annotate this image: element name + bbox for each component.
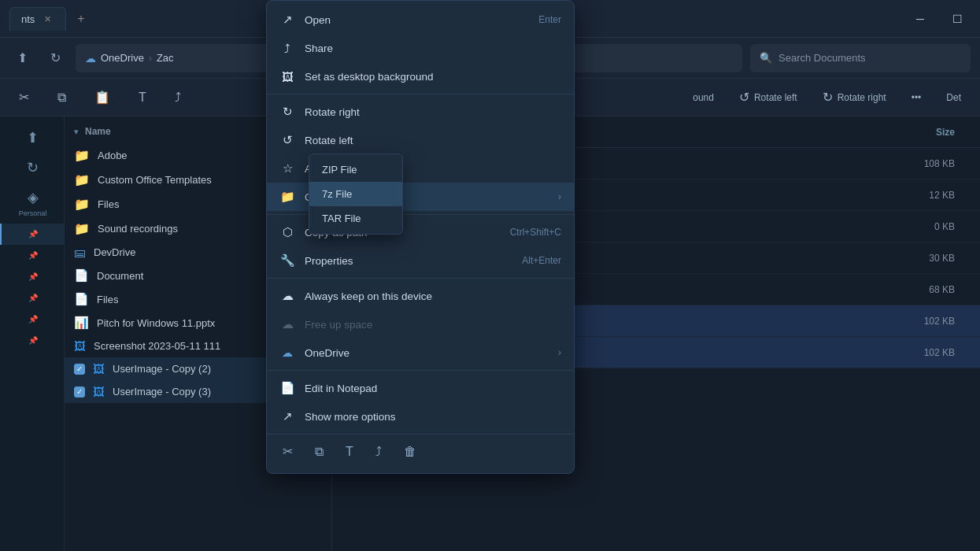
file-name: Adobe	[98, 150, 128, 161]
rename-btn[interactable]: T	[132, 87, 153, 108]
menu-label: Share	[305, 43, 333, 54]
file-name: Files	[97, 294, 118, 305]
refresh-btn[interactable]: ↻	[43, 46, 68, 71]
file-name: Files	[98, 198, 119, 210]
img-icon: 🖼	[93, 362, 105, 375]
delete-bottom-icon[interactable]: 🗑	[401, 442, 420, 462]
checkbox[interactable]: ✓	[74, 386, 85, 398]
rotate-left-btn[interactable]: ↺ Rotate left	[733, 87, 804, 108]
cloud-keep-icon: ☁	[279, 288, 295, 304]
menu-item-more-options[interactable]: ↗ Show more options	[267, 402, 574, 431]
maximize-btn[interactable]: ☐	[945, 9, 971, 28]
cut-btn[interactable]: ✂	[13, 87, 35, 108]
active-tab[interactable]: nts ✕	[9, 7, 66, 31]
file-name: Custom Office Templates	[98, 174, 212, 186]
paste-btn[interactable]: 📋	[88, 87, 116, 108]
sidebar-item-pinned-5[interactable]: 📌	[0, 309, 64, 330]
menu-item-notepad[interactable]: 📄 Edit in Notepad	[267, 374, 574, 402]
pin-icon-4: 📌	[28, 294, 38, 302]
rotate-left-icon: ↺	[279, 132, 295, 148]
search-icon: 🔍	[760, 52, 772, 64]
menu-shortcut: Ctrl+Shift+C	[510, 227, 561, 238]
details-btn[interactable]: Det	[940, 89, 967, 106]
up-icon: ⬆	[27, 129, 39, 146]
row-size: 108 KB	[897, 158, 967, 169]
rotate-right-btn[interactable]: ↻ Rotate right	[816, 87, 893, 108]
file-name: Screenshot 2023-05-11 111	[94, 340, 220, 352]
copy-icon: ⧉	[57, 91, 66, 105]
doc-icon: 📄	[74, 292, 89, 306]
more-options-icon: ↗	[279, 409, 295, 424]
pptx-icon: 📊	[74, 316, 89, 330]
menu-label: Edit in Notepad	[305, 383, 377, 394]
file-name: Sound recordings	[98, 223, 178, 235]
menu-item-desktop-bg[interactable]: 🖼 Set as desktop background	[267, 62, 574, 91]
menu-item-share[interactable]: ⤴ Share	[267, 34, 574, 62]
menu-item-keep-device[interactable]: ☁ Always keep on this device	[267, 282, 574, 310]
doc-icon: 📄	[74, 268, 89, 283]
sidebar-item-pinned-3[interactable]: 📌	[0, 266, 64, 287]
pin-icon-3: 📌	[28, 272, 38, 281]
onedrive-icon: ☁	[85, 52, 96, 65]
menu-label: Rotate left	[305, 135, 353, 146]
personal-icon: ◈	[28, 189, 39, 206]
share-bottom-icon[interactable]: ⤴	[372, 442, 385, 462]
sidebar-item-pinned-6[interactable]: 📌	[0, 330, 64, 351]
compress-icon: 📁	[279, 189, 295, 205]
rotate-right-label: Rotate right	[838, 92, 886, 103]
row-size: 102 KB	[897, 347, 967, 358]
sidebar-item-pinned-1[interactable]: 📌	[0, 224, 64, 245]
open-icon: ↗	[279, 12, 295, 28]
more-btn[interactable]: •••	[905, 89, 928, 106]
submenu-arrow: ›	[558, 347, 561, 358]
checkbox[interactable]: ✓	[74, 364, 85, 375]
back-btn[interactable]: ⬆	[9, 46, 35, 71]
menu-divider	[267, 370, 574, 371]
share-btn[interactable]: ⤴	[168, 87, 187, 108]
properties-icon: 🔧	[279, 253, 295, 268]
img-icon: 🖼	[93, 385, 105, 398]
img-icon: 🖼	[74, 339, 86, 353]
search-box[interactable]: 🔍 Search Documents	[750, 44, 971, 72]
submenu-arrow: ›	[558, 191, 561, 202]
sidebar-item-pinned-2[interactable]: 📌	[0, 245, 64, 266]
menu-shortcut: Enter	[538, 14, 561, 25]
menu-shortcut: Alt+Enter	[522, 255, 561, 266]
copy-btn[interactable]: ⧉	[51, 87, 72, 108]
sidebar-item-pinned-4[interactable]: 📌	[0, 287, 64, 309]
menu-divider	[267, 94, 574, 94]
menu-item-onedrive[interactable]: ☁ OneDrive ›	[267, 338, 574, 367]
tab-close-btn[interactable]: ✕	[41, 13, 54, 26]
pin-icon-2: 📌	[28, 251, 38, 260]
sidebar: ⬆ ↻ ◈ Personal 📌 📌 📌 📌 📌 📌	[0, 116, 65, 551]
menu-item-free-space[interactable]: ☁ Free up space	[267, 310, 574, 338]
menu-label: Show more options	[305, 411, 396, 423]
context-menu: ↗ Open Enter ⤴ Share 🖼 Set as desktop ba…	[266, 0, 575, 474]
col-header-size[interactable]: Size	[897, 127, 967, 138]
menu-item-rotate-right[interactable]: ↻ Rotate right	[267, 98, 574, 126]
file-name: Document	[97, 270, 143, 282]
sidebar-item-personal[interactable]: ◈ Personal	[0, 183, 64, 224]
sidebar-item-up[interactable]: ⬆	[0, 123, 64, 153]
file-name: UserImage - Copy (3)	[113, 386, 211, 398]
notepad-icon: 📄	[279, 380, 295, 396]
sidebar-item-refresh[interactable]: ↻	[0, 153, 64, 183]
copy-bottom-icon[interactable]: ⧉	[312, 442, 327, 462]
menu-item-rotate-left[interactable]: ↺ Rotate left	[267, 126, 574, 154]
panel-chevron: ▾	[74, 127, 79, 137]
minimize-btn[interactable]: ─	[908, 9, 932, 28]
menu-label: Rotate right	[305, 106, 360, 118]
submenu-item-zip[interactable]: ZIP File	[309, 157, 402, 182]
share-icon: ⤴	[175, 91, 181, 105]
folder-icon: 📁	[74, 172, 90, 187]
rename-bottom-icon[interactable]: T	[342, 442, 357, 462]
menu-item-open[interactable]: ↗ Open Enter	[267, 6, 574, 34]
menu-divider	[267, 278, 574, 279]
cut-bottom-icon[interactable]: ✂	[279, 441, 296, 462]
new-tab-btn[interactable]: +	[71, 9, 91, 29]
submenu-item-7z[interactable]: 7z File	[309, 182, 402, 206]
pin-icon-6: 📌	[28, 336, 38, 345]
background-btn[interactable]: ound	[686, 89, 720, 106]
submenu-item-tar[interactable]: TAR File	[309, 206, 402, 231]
menu-item-properties[interactable]: 🔧 Properties Alt+Enter	[267, 246, 574, 275]
